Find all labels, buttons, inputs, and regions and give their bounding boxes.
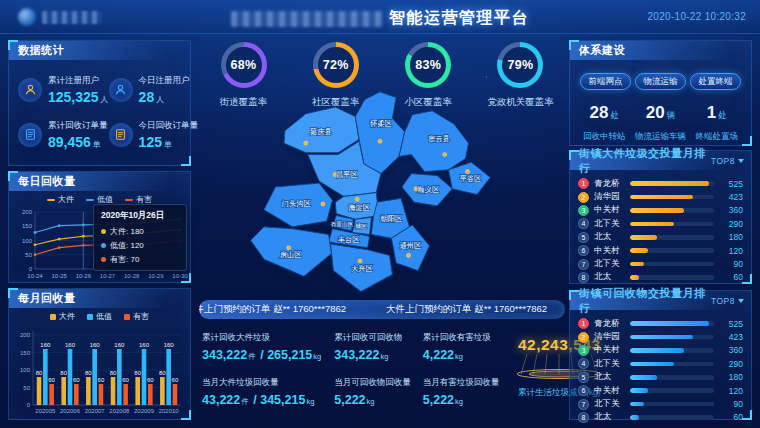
- rank-badge: 1: [578, 318, 589, 329]
- rank-value: 360: [719, 345, 743, 355]
- tab-disposal-terminal[interactable]: 处置终端: [690, 73, 741, 90]
- rank-value: 60: [719, 412, 743, 422]
- panel-title-text: 每日回收量: [18, 174, 76, 189]
- rank-bar: [630, 248, 714, 253]
- rank-badge: 4: [578, 358, 589, 369]
- rank-name: 青龙桥: [594, 178, 625, 190]
- svg-text:10-26: 10-26: [76, 273, 92, 279]
- district-label: 房山区: [280, 251, 301, 259]
- ranking-list: 1青龙桥5252清华园4233中关村3604北下关2905北太1806中关村12…: [570, 170, 751, 284]
- rank-bar: [630, 375, 714, 380]
- stat-grid: 累计注册用户125,325人今日注册用户28人累计回收订单量89,456单今日回…: [9, 60, 190, 149]
- tab-logistics[interactable]: 物流运输: [635, 73, 686, 90]
- rank-value: 90: [719, 399, 743, 409]
- svg-text:150: 150: [20, 350, 31, 356]
- ranking-row: 5北太180: [578, 371, 743, 384]
- rank-bar: [630, 321, 714, 326]
- ranking-row: 7北下关90: [578, 257, 743, 270]
- summary-cell: 累计回收大件垃圾 343,222件 / 265,215kg: [202, 332, 322, 362]
- system-stat: 1处 终端处置场: [689, 103, 745, 143]
- svg-text:202010: 202010: [159, 408, 180, 414]
- gauge-percent: 68%: [231, 58, 257, 72]
- app-logo-icon: [18, 8, 36, 26]
- order-ticker: 大件上门预约的订单 赵** 1760***7862大件上门预约的订单 赵** 1…: [199, 300, 565, 319]
- system-stats: 28处 回收中转站 20辆 物流运输车辆 1处 终端处置场: [570, 90, 751, 143]
- svg-text:60: 60: [147, 377, 154, 383]
- summary-col-hazardous: 累计回收有害垃圾 4,222kg 当月有害垃圾回收量 5,222kg: [423, 332, 500, 407]
- rank-badge: 4: [578, 218, 589, 229]
- svg-text:150: 150: [22, 223, 33, 229]
- panel-title: 街镇大件垃圾交投量月排行 TOP8: [570, 151, 751, 170]
- system-stat: 28处 回收中转站: [576, 103, 632, 143]
- panel-data-stats: 数据统计 累计注册用户125,325人今日注册用户28人累计回收订单量89,45…: [8, 40, 191, 166]
- rank-bar: [630, 388, 714, 393]
- rank-badge: 7: [578, 259, 589, 270]
- rank-badge: 6: [578, 385, 589, 396]
- svg-text:60: 60: [48, 377, 55, 383]
- rank-bar: [630, 415, 714, 420]
- rank-badge: 7: [578, 399, 589, 410]
- rank-bar: [630, 348, 714, 353]
- ranking-row: 6中关村120: [578, 384, 743, 397]
- ranking-row: 6中关村120: [578, 244, 743, 257]
- rank-name: 清华园: [594, 331, 625, 343]
- dashboard: 智能运营管理平台 2020-10-22 10:20:32 数据统计 累计注册用户…: [0, 0, 760, 428]
- svg-text:100: 100: [20, 367, 31, 373]
- station-dot: [287, 246, 291, 250]
- summary-col-bulky: 累计回收大件垃圾 343,222件 / 265,215kg 当月大件垃圾回收量 …: [202, 332, 322, 407]
- page-title: 智能运营管理平台: [231, 8, 529, 29]
- stat-item: 今日注册用户28人: [109, 75, 199, 104]
- rank-bar: [630, 262, 714, 267]
- panel-daily-recovery: 每日回收量 大件低值有害 05010015020010-2410-2510-26…: [8, 171, 191, 283]
- order-icon: [18, 123, 42, 147]
- top8-select[interactable]: TOP8: [711, 156, 744, 166]
- rank-value: 423: [719, 192, 743, 202]
- summary-col-recyclable: 累计回收可回收物 343,222kg 当月可回收物回收量 5,222kg: [334, 332, 411, 407]
- rank-name: 中关村: [594, 344, 625, 356]
- rank-badge: 2: [578, 192, 589, 203]
- stat-value: 125,325人: [48, 90, 109, 104]
- rank-name: 北下关: [594, 358, 625, 370]
- station-dot: [465, 170, 469, 174]
- panel-system-construction: 体系建设 前端网点 物流运输 处置终端 28处 回收中转站 20辆 物流运输车辆…: [569, 40, 752, 146]
- station-dot: [443, 152, 447, 156]
- rank-name: 中关村: [594, 204, 625, 216]
- svg-text:200: 200: [20, 332, 31, 338]
- stat-item: 累计回收订单量89,456单: [18, 120, 109, 149]
- svg-text:60: 60: [172, 377, 179, 383]
- svg-text:50: 50: [23, 385, 30, 391]
- svg-text:60: 60: [98, 377, 105, 383]
- station-dot: [378, 139, 382, 143]
- stat-label: 累计注册用户: [48, 75, 109, 87]
- ranking-row: 2清华园423: [578, 190, 743, 203]
- monthly-chart-legend: 大件低值有害: [9, 310, 190, 323]
- gauge-ring: 68%: [221, 42, 267, 88]
- station-dot: [358, 259, 362, 263]
- stat-value: 89,456单: [48, 135, 108, 149]
- svg-text:160: 160: [164, 342, 175, 348]
- ranking-row: 4北下关290: [578, 217, 743, 230]
- station-dot: [355, 197, 359, 201]
- station-dot: [304, 141, 308, 145]
- rank-value: 180: [719, 372, 743, 382]
- station-dot: [406, 253, 410, 257]
- rank-name: 中关村: [594, 385, 625, 397]
- legend-item: 低值: [87, 311, 112, 322]
- tab-front-end-network[interactable]: 前端网点: [580, 73, 631, 90]
- rank-name: 中关村: [594, 245, 625, 257]
- svg-text:0: 0: [29, 266, 33, 272]
- rank-name: 北太: [594, 371, 625, 383]
- svg-text:202009: 202009: [134, 408, 155, 414]
- top8-select[interactable]: TOP8: [711, 296, 744, 306]
- stat-item: 累计注册用户125,325人: [18, 75, 109, 104]
- series-dot-icon: [101, 229, 106, 234]
- stat-label: 累计回收订单量: [48, 120, 108, 132]
- svg-text:10-29: 10-29: [148, 273, 164, 279]
- rank-badge: 3: [578, 205, 589, 216]
- series-dot-icon: [101, 257, 106, 262]
- chart-tooltip: 2020年10月26日 大件: 180 低值: 120 有害: 70: [93, 204, 187, 271]
- rank-badge: 3: [578, 345, 589, 356]
- rank-name: 北下关: [594, 218, 625, 230]
- stat-item: 今日回收订单量125单: [109, 120, 199, 149]
- chevron-down-icon: [738, 159, 744, 163]
